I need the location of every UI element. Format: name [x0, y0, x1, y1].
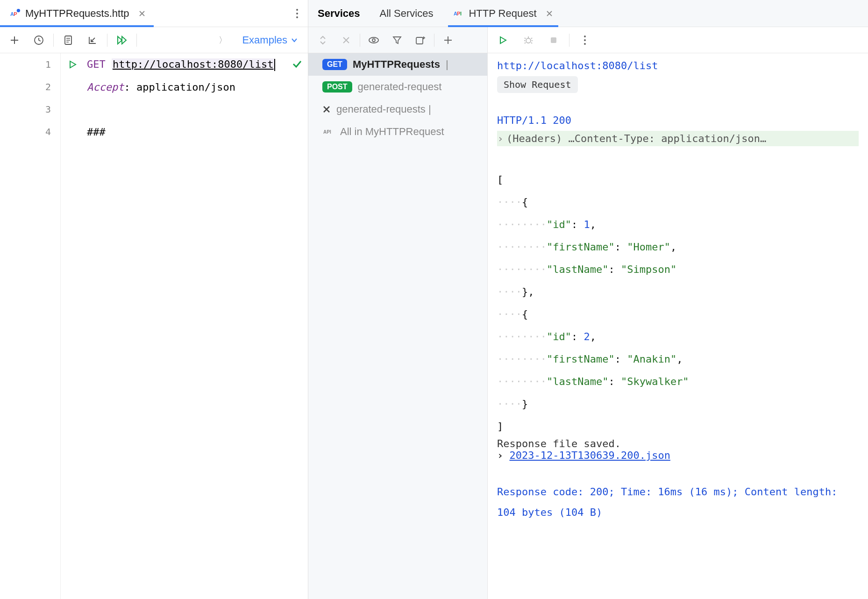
- method-badge: POST: [322, 81, 352, 93]
- cursor: [274, 59, 275, 71]
- code-editor[interactable]: 1 2 3 4 GET http://localhost:8080/list: [0, 53, 308, 599]
- rerun-button[interactable]: [492, 30, 514, 50]
- services-list-panel: GET MyHTTPRequests | POST generated-requ…: [308, 27, 488, 599]
- chevron-right-icon[interactable]: 〉: [213, 35, 233, 46]
- show-request-button[interactable]: Show Request: [497, 76, 578, 93]
- svg-point-5: [296, 16, 298, 18]
- request-separator: ###: [85, 126, 106, 138]
- more-icon[interactable]: [574, 30, 596, 50]
- close-icon[interactable]: [139, 10, 145, 17]
- separator: [53, 34, 54, 47]
- svg-rect-16: [551, 37, 556, 43]
- run-gutter-icon[interactable]: [69, 60, 77, 69]
- gutter: 1 2 3 4: [0, 53, 61, 599]
- new-session-button[interactable]: [410, 30, 431, 50]
- svg-point-2: [17, 8, 20, 12]
- response-status: HTTP/1.1 200: [497, 114, 859, 126]
- response-headers-fold[interactable]: › (Headers) …Content-Type: application/j…: [497, 131, 859, 146]
- service-item-name: MyHTTPRequests: [353, 58, 440, 71]
- filter-button[interactable]: [386, 30, 408, 50]
- response-url: http://localhost:8080/list: [497, 60, 859, 71]
- svg-text:I: I: [460, 11, 462, 16]
- svg-point-4: [296, 13, 298, 14]
- svg-point-15: [526, 38, 531, 43]
- add-request-button[interactable]: [4, 30, 25, 50]
- http-method: GET: [87, 58, 106, 70]
- separator: [434, 34, 434, 47]
- method-badge: GET: [322, 59, 347, 70]
- api-icon: API: [322, 127, 334, 136]
- close-panel-button[interactable]: [335, 30, 357, 50]
- scratch-button[interactable]: [57, 30, 79, 50]
- separator: [136, 34, 137, 47]
- error-icon: [322, 105, 331, 114]
- svg-text:API: API: [323, 129, 331, 135]
- view-button[interactable]: [363, 30, 384, 50]
- examples-label: Examples: [242, 34, 287, 46]
- response-content[interactable]: http://localhost:8080/list Show Request …: [488, 53, 868, 599]
- http-file-icon: AP: [10, 8, 25, 19]
- examples-dropdown[interactable]: Examples: [235, 34, 304, 46]
- svg-text:P: P: [14, 11, 17, 16]
- http-header-value: : application/json: [124, 81, 235, 93]
- response-saved-label: Response file saved.: [497, 438, 859, 449]
- response-file-row: › 2023-12-13T130639.200.json: [497, 449, 859, 461]
- close-icon[interactable]: [546, 10, 553, 17]
- service-item-name: generated-requests |: [336, 103, 431, 115]
- line-number: 2: [45, 81, 51, 93]
- response-toolbar: [488, 27, 868, 53]
- line-number: 1: [45, 59, 51, 70]
- tab-http-request[interactable]: API HTTP Request: [443, 0, 562, 27]
- editor-toolbar: 〉 Examples: [0, 27, 308, 53]
- http-url: http://localhost:8080/list: [112, 58, 274, 70]
- svg-point-18: [584, 39, 586, 41]
- separator: [569, 34, 569, 47]
- service-item-get[interactable]: GET MyHTTPRequests |: [308, 53, 487, 76]
- svg-point-19: [584, 43, 586, 45]
- check-icon[interactable]: [292, 59, 302, 69]
- editor-tab-label: MyHTTPRequests.http: [25, 7, 129, 20]
- history-button[interactable]: [28, 30, 50, 50]
- editor-tab-row: AP MyHTTPRequests.http: [0, 0, 308, 27]
- svg-rect-13: [416, 37, 423, 44]
- stop-button[interactable]: [543, 30, 564, 50]
- service-item-tail: |: [446, 58, 448, 71]
- separator: [360, 34, 360, 47]
- api-icon: API: [454, 9, 464, 18]
- response-panel: http://localhost:8080/list Show Request …: [488, 27, 868, 599]
- response-body: [····{········"id": 1,········"firstName…: [497, 169, 859, 438]
- http-header-name: Accept: [87, 81, 124, 93]
- services-tabs: Services All Services API HTTP Request: [308, 0, 868, 27]
- service-item-all[interactable]: API All in MyHTTPRequest: [308, 121, 487, 143]
- svg-point-3: [296, 9, 298, 11]
- svg-point-11: [369, 37, 378, 43]
- response-status-summary: Response code: 200; Time: 16ms (16 ms); …: [497, 482, 859, 523]
- tab-menu-icon[interactable]: [286, 8, 308, 19]
- services-label: Services: [318, 7, 370, 20]
- headers-preview: (Headers) …Content-Type: application/jso…: [506, 133, 766, 144]
- tab-all-services[interactable]: All Services: [370, 0, 444, 27]
- separator: [107, 34, 107, 47]
- chevron-down-icon: [291, 38, 298, 43]
- svg-point-12: [372, 39, 375, 42]
- svg-point-17: [584, 36, 586, 37]
- line-number: 3: [45, 104, 51, 115]
- service-item-post[interactable]: POST generated-request: [308, 76, 487, 98]
- service-item-error[interactable]: generated-requests |: [308, 98, 487, 121]
- run-all-button[interactable]: [111, 30, 133, 50]
- line-number: 4: [45, 126, 51, 137]
- service-item-name: All in MyHTTPRequest: [340, 126, 444, 138]
- debug-button[interactable]: [518, 30, 539, 50]
- import-button[interactable]: [82, 30, 103, 50]
- chevron-right-icon: ›: [497, 133, 504, 144]
- add-button[interactable]: [437, 30, 459, 50]
- editor-tab[interactable]: AP MyHTTPRequests.http: [0, 0, 154, 27]
- response-file-link[interactable]: 2023-12-13T130639.200.json: [510, 449, 670, 461]
- services-toolbar: [308, 27, 487, 53]
- expand-collapse-button[interactable]: [312, 30, 334, 50]
- service-item-name: generated-request: [358, 81, 442, 93]
